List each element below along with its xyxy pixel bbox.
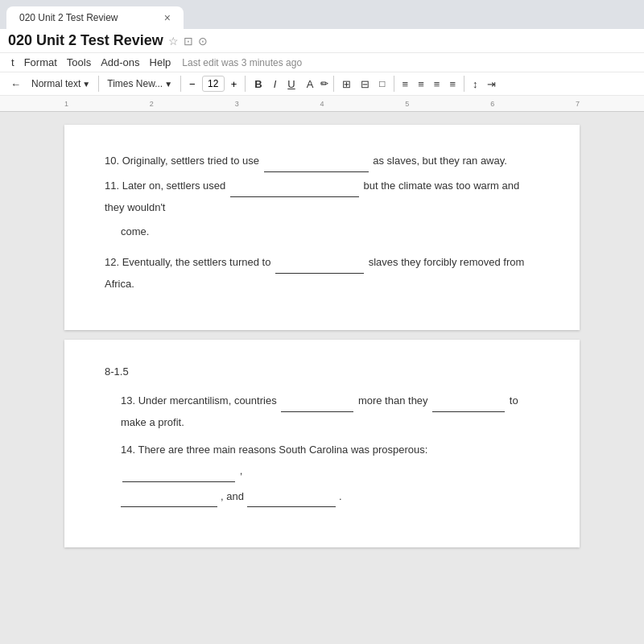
ruler-mark-5: 5: [405, 100, 409, 108]
ruler-mark-2: 2: [150, 100, 154, 108]
toolbar-sep-3: [245, 76, 246, 92]
question-12: 12. Eventually, the settlers turned to s…: [105, 252, 539, 295]
tab-close-icon[interactable]: ×: [164, 11, 171, 24]
pencil-icon[interactable]: ✏: [320, 78, 328, 89]
menu-item-file[interactable]: t: [8, 55, 18, 70]
title-bar: 020 Unit 2 Test Review ☆ ⊡ ⊙: [0, 29, 644, 53]
toolbar-sep-1: [98, 76, 99, 92]
font-size-minus-button[interactable]: −: [186, 76, 199, 92]
menu-item-help[interactable]: Help: [147, 55, 175, 70]
align-justify-button[interactable]: ≡: [446, 76, 459, 92]
toolbar-sep-2: [180, 76, 181, 92]
image-button[interactable]: ⊟: [357, 76, 373, 92]
q11-continuation: come.: [121, 221, 539, 242]
q14-and: , and: [221, 486, 244, 507]
q13-middle: more than they: [358, 394, 431, 407]
come-text: come.: [121, 225, 149, 237]
q13-blank2[interactable]: [432, 390, 505, 412]
q13-number: 13. Under mercantilism, countries: [121, 394, 279, 407]
dropdown-arrow-icon: ▼: [82, 80, 90, 89]
menu-item-format[interactable]: Format: [21, 55, 60, 70]
ruler-mark-3: 3: [235, 100, 239, 108]
question-11: 11. Later on, settlers used but the clim…: [105, 175, 539, 218]
q14-blank3[interactable]: [247, 485, 336, 507]
font-size-plus-button[interactable]: +: [228, 76, 241, 92]
undo-button[interactable]: ←: [6, 76, 25, 92]
link-button[interactable]: ⊞: [339, 76, 354, 92]
q10-blank[interactable]: [264, 151, 369, 172]
normal-text-dropdown[interactable]: Normal text ▼: [28, 76, 93, 91]
toolbar: ← Normal text ▼ Times New... ▼ − 12 + B …: [0, 72, 644, 96]
q12-number: 12. Eventually, the settlers turned to: [105, 256, 274, 268]
font-dropdown[interactable]: Times New... ▼: [104, 76, 175, 91]
menu-item-addons[interactable]: Add-ons: [97, 55, 142, 70]
star-icon[interactable]: ☆: [168, 35, 179, 47]
align-right-button[interactable]: ≡: [431, 76, 444, 92]
ruler-mark-6: 6: [490, 100, 494, 108]
cloud-icon[interactable]: ⊙: [198, 35, 208, 47]
question-14: 14. There are three main reasons South C…: [121, 440, 539, 482]
q12-blank[interactable]: [275, 252, 364, 274]
q14-blank2[interactable]: [121, 485, 217, 507]
menu-item-tools[interactable]: Tools: [64, 55, 94, 70]
doc-title: 020 Unit 2 Test Review: [8, 32, 163, 49]
font-size-display[interactable]: 12: [202, 76, 225, 92]
tab-title: 020 Unit 2 Test Review: [19, 12, 118, 23]
q10-number: 10. Originally, settlers tried to use: [105, 155, 262, 167]
comments-button[interactable]: □: [376, 76, 388, 91]
toolbar-sep-4: [333, 76, 334, 92]
ruler-mark-7: 7: [576, 100, 580, 108]
app-container: 020 Unit 2 Test Review × 020 Unit 2 Test…: [0, 0, 644, 644]
indent-button[interactable]: ⇥: [484, 76, 499, 92]
question-13: 13. Under mercantilism, countries more t…: [121, 390, 539, 433]
q13-blank1[interactable]: [281, 390, 353, 412]
font-dropdown-arrow-icon: ▼: [164, 80, 172, 89]
normal-text-label: Normal text: [31, 78, 80, 89]
tab-bar: 020 Unit 2 Test Review ×: [0, 0, 644, 29]
ruler-mark-1: 1: [64, 100, 68, 108]
menu-bar: t Format Tools Add-ons Help Last edit wa…: [0, 53, 644, 72]
underline-button[interactable]: U: [283, 76, 299, 92]
ruler: 1 2 3 4 5 6 7: [0, 96, 644, 112]
question-10: 10. Originally, settlers tried to use as…: [105, 151, 539, 172]
q10-after: as slaves, but they ran away.: [373, 155, 507, 167]
page-1: 10. Originally, settlers tried to use as…: [64, 125, 580, 330]
q14-continuation: , and .: [121, 485, 539, 507]
q14-period: .: [339, 486, 342, 507]
font-label: Times New...: [107, 78, 163, 89]
page-2: 8-1.5 13. Under mercantilism, countries …: [64, 340, 580, 547]
bold-button[interactable]: B: [250, 76, 266, 92]
toolbar-sep-6: [464, 76, 464, 92]
italic-button[interactable]: I: [270, 76, 281, 92]
align-left-button[interactable]: ≡: [399, 76, 412, 92]
q14-blank1[interactable]: [122, 460, 235, 482]
line-spacing-button[interactable]: ↕: [469, 76, 481, 92]
active-tab[interactable]: 020 Unit 2 Test Review ×: [6, 6, 184, 29]
document-area: 10. Originally, settlers tried to use as…: [0, 112, 644, 644]
q14-number: 14. There are three main reasons South C…: [121, 444, 427, 456]
align-center-button[interactable]: ≡: [415, 76, 427, 92]
last-edit-text: Last edit was 3 minutes ago: [182, 57, 302, 68]
ruler-mark-4: 4: [320, 100, 324, 108]
folder-icon[interactable]: ⊡: [184, 35, 193, 47]
q11-blank[interactable]: [230, 175, 359, 197]
q14-comma: ,: [240, 464, 243, 477]
text-color-button[interactable]: A: [303, 76, 318, 92]
toolbar-sep-5: [394, 76, 394, 92]
q11-number: 11. Later on, settlers used: [105, 180, 229, 192]
section-label: 8-1.5: [105, 365, 539, 378]
